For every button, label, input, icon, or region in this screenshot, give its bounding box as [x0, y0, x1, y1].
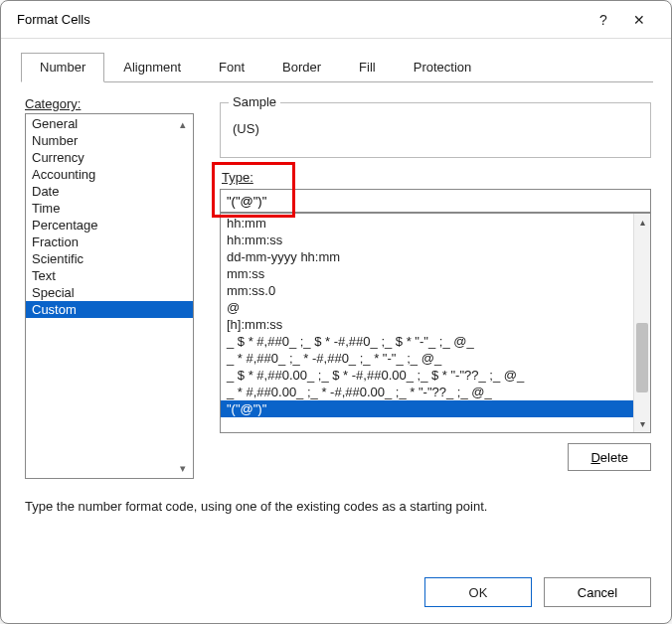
- category-item[interactable]: General: [26, 115, 193, 132]
- format-item[interactable]: hh:mm: [221, 215, 633, 232]
- format-item[interactable]: hh:mm:ss: [221, 232, 633, 248]
- titlebar: Format Cells ? ✕: [1, 1, 671, 39]
- scroll-track[interactable]: [634, 231, 650, 415]
- format-item[interactable]: "("@")": [221, 400, 633, 417]
- hint-text: Type the number format code, using one o…: [25, 499, 651, 514]
- sample-value: (US): [221, 103, 650, 136]
- category-item[interactable]: Scientific: [26, 250, 193, 267]
- category-item[interactable]: Special: [26, 284, 193, 301]
- tab-fill[interactable]: Fill: [340, 53, 395, 82]
- tab-font[interactable]: Font: [200, 53, 263, 82]
- scroll-up-icon[interactable]: ▴: [174, 115, 192, 133]
- ok-button[interactable]: OK: [424, 577, 532, 607]
- category-item[interactable]: Fraction: [26, 234, 193, 250]
- category-item[interactable]: Date: [26, 183, 193, 200]
- type-label: Type:: [220, 168, 257, 187]
- sample-box: Sample (US): [220, 102, 651, 158]
- window-title: Format Cells: [17, 12, 586, 27]
- category-item[interactable]: Percentage: [26, 217, 193, 234]
- tab-protection[interactable]: Protection: [395, 53, 491, 82]
- tab-border[interactable]: Border: [263, 53, 340, 82]
- tab-alignment[interactable]: Alignment: [104, 53, 200, 82]
- scroll-down-icon[interactable]: ▾: [634, 415, 650, 432]
- category-item[interactable]: Number: [26, 132, 193, 149]
- format-list[interactable]: hh:mmhh:mm:ssdd-mm-yyyy hh:mmmm:ssmm:ss.…: [220, 213, 651, 433]
- scroll-up-icon[interactable]: ▴: [634, 214, 650, 231]
- format-item[interactable]: _ * #,##0_ ;_ * -#,##0_ ;_ * "-"_ ;_ @_: [221, 350, 633, 367]
- scroll-down-icon[interactable]: ▾: [174, 459, 192, 477]
- format-item[interactable]: _ $ * #,##0_ ;_ $ * -#,##0_ ;_ $ * "-"_ …: [221, 333, 633, 350]
- format-item[interactable]: [h]:mm:ss: [221, 316, 633, 333]
- format-item[interactable]: dd-mm-yyyy hh:mm: [221, 248, 633, 265]
- format-cells-dialog: Format Cells ? ✕ NumberAlignmentFontBord…: [0, 0, 672, 624]
- tab-panel-number: Category: ▴ ▾ GeneralNumberCurrencyAccou…: [1, 82, 671, 563]
- help-icon[interactable]: ?: [586, 12, 621, 28]
- format-item[interactable]: _ * #,##0.00_ ;_ * -#,##0.00_ ;_ * "-"??…: [221, 384, 633, 400]
- category-label: Category:: [25, 96, 194, 111]
- cancel-button[interactable]: Cancel: [544, 577, 651, 607]
- category-item[interactable]: Custom: [26, 301, 193, 318]
- tab-underline: [21, 81, 653, 82]
- delete-row: Delete: [220, 443, 651, 471]
- category-item[interactable]: Text: [26, 267, 193, 284]
- format-item[interactable]: mm:ss.0: [221, 282, 633, 299]
- tab-number[interactable]: Number: [21, 53, 104, 82]
- format-item[interactable]: _ $ * #,##0.00_ ;_ $ * -#,##0.00_ ;_ $ *…: [221, 367, 633, 384]
- category-item[interactable]: Currency: [26, 149, 193, 166]
- scroll-thumb[interactable]: [636, 323, 648, 392]
- format-item[interactable]: @: [221, 299, 633, 316]
- tab-strip: NumberAlignmentFontBorderFillProtection: [1, 39, 671, 82]
- type-area: Type:: [220, 168, 651, 213]
- category-list[interactable]: ▴ ▾ GeneralNumberCurrencyAccountingDateT…: [25, 113, 194, 479]
- right-column: Sample (US) Type: hh:mmhh:mm:ssdd-mm-yyy…: [220, 96, 651, 479]
- category-item[interactable]: Time: [26, 200, 193, 217]
- sample-label: Sample: [229, 94, 280, 109]
- format-item[interactable]: mm:ss: [221, 265, 633, 282]
- category-column: Category: ▴ ▾ GeneralNumberCurrencyAccou…: [25, 96, 194, 479]
- delete-button[interactable]: Delete: [568, 443, 651, 471]
- number-panel-row: Category: ▴ ▾ GeneralNumberCurrencyAccou…: [25, 96, 651, 479]
- close-icon[interactable]: ✕: [621, 12, 657, 28]
- dialog-buttons: OK Cancel: [1, 563, 671, 623]
- format-list-items: hh:mmhh:mm:ssdd-mm-yyyy hh:mmmm:ssmm:ss.…: [221, 214, 633, 432]
- format-scrollbar[interactable]: ▴ ▾: [633, 214, 650, 432]
- category-item[interactable]: Accounting: [26, 166, 193, 183]
- type-input[interactable]: [220, 189, 651, 213]
